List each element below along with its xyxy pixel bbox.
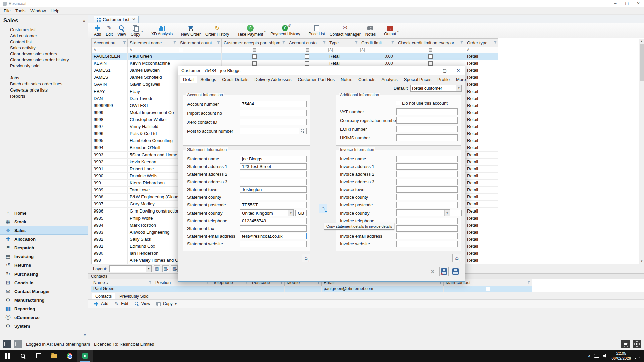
sidebar-nav-system[interactable]: ⚙System [0, 322, 88, 330]
invoice-telephone-input[interactable] [396, 218, 458, 224]
xero-contact-id-input[interactable] [240, 119, 307, 125]
column-header-statement-name[interactable]: Statement name [128, 39, 178, 47]
notes-button[interactable]: Notes [363, 24, 378, 38]
column-header-type[interactable]: Type [327, 39, 359, 47]
layout-options-button[interactable]: ▦▼ [171, 265, 178, 272]
invoice-country-select[interactable] [396, 209, 450, 216]
invoice-address-1-input[interactable] [396, 163, 458, 170]
statement-fax-input[interactable] [240, 225, 307, 232]
dialog-tab-special-prices[interactable]: Special Prices [401, 76, 434, 83]
do-not-use-account-checkbox[interactable] [396, 101, 400, 105]
sidebar-nav-invoicing[interactable]: ▤Invoicing [0, 252, 88, 261]
filter-cell-account-numb[interactable]: A [92, 47, 128, 53]
statement-telephone-input[interactable]: 0123456749 [240, 218, 307, 224]
chevron-down-icon[interactable] [146, 266, 151, 272]
table-row[interactable]: PAULGREENPaul GreenRetail0.00Retail [92, 53, 498, 60]
filter-icon[interactable] [460, 41, 463, 44]
chevron-down-icon[interactable] [397, 28, 399, 33]
checkbox-unchecked[interactable] [305, 61, 309, 66]
tray-expand-icon[interactable]: ∧ [588, 354, 590, 358]
column-header-credit-limit[interactable]: Credit limit [359, 39, 396, 47]
taskbar-search-button[interactable] [15, 350, 31, 362]
checkbox-unchecked[interactable] [252, 61, 257, 66]
copy-button[interactable]: Copy [155, 300, 177, 307]
basket-button[interactable] [621, 340, 630, 348]
filter-icon[interactable] [355, 41, 358, 44]
sidebar-nav-sales[interactable]: ❖Sales [0, 226, 88, 235]
chevron-down-icon[interactable] [288, 210, 293, 216]
sidebar-nav-returns[interactable]: ↺Returns [0, 261, 88, 269]
account-number-input[interactable]: 75484 [240, 101, 307, 107]
column-header-check-credit-limit-on-every-order[interactable]: Check credit limit on every order [396, 39, 465, 47]
output-button[interactable]: →Output [382, 24, 401, 38]
cancel-button[interactable]: ✕ [428, 267, 437, 276]
filter-icon[interactable] [173, 41, 176, 44]
layout-combo[interactable] [109, 265, 152, 272]
filter-cell-statement-country-code[interactable]: – [178, 47, 222, 53]
contact-manager-button[interactable]: ✉Contact Manager [327, 24, 363, 38]
sidebar-nav-stock[interactable]: ▦Stock [0, 217, 88, 226]
menu-tools[interactable]: Tools [13, 8, 28, 13]
contacts-column-name[interactable]: Name [91, 279, 153, 286]
filter-cell-credit-limit[interactable]: A [359, 47, 396, 53]
chevron-down-icon[interactable] [141, 28, 143, 33]
dialog-tab-contacts[interactable]: Contacts [355, 76, 378, 83]
order-history-button[interactable]: ↻Order History [203, 24, 231, 38]
import-account-no-input[interactable] [240, 110, 307, 116]
copy-statement-address-button[interactable]: ⌂+ [302, 254, 310, 262]
contact-row[interactable]: Paul Greenpaulgreen@btinternet.com [91, 286, 532, 292]
statement-address-3-input[interactable] [240, 179, 307, 185]
sidebar-item-sales-activity[interactable]: Sales activity [0, 45, 88, 51]
layout-save-button[interactable]: ▦ [154, 265, 160, 272]
edit-button[interactable]: ✎Edit [103, 24, 115, 38]
statement-name-input[interactable]: joe Bloggs [240, 156, 307, 162]
checkbox-unchecked[interactable] [428, 54, 433, 59]
dialog-maximize-button[interactable]: ▢ [438, 66, 451, 75]
eori-number-input[interactable] [396, 126, 458, 132]
sidebar-item-jobs[interactable]: Jobs [0, 75, 88, 81]
dialog-tab-analysis[interactable]: Analysis [378, 76, 400, 83]
column-header-order-type[interactable]: Order type [465, 39, 498, 47]
checkbox-unchecked[interactable] [305, 54, 309, 59]
sidebar-nav-reporting[interactable]: ▮▮Reporting [0, 304, 88, 313]
filter-icon[interactable] [217, 41, 220, 44]
checkbox-unchecked[interactable] [252, 54, 257, 59]
post-to-account-number-input[interactable] [240, 128, 299, 134]
copy-button[interactable]: Copy [128, 24, 145, 38]
take-payment-button[interactable]: £Take Payment [235, 24, 268, 38]
copy-invoice-address-button[interactable]: ⌂+ [452, 254, 461, 262]
sidebar-nav-despatch[interactable]: ⚑Despatch [0, 243, 88, 252]
sidebar-nav-purchasing[interactable]: ↻Purchasing [0, 269, 88, 278]
column-header-account-numb[interactable]: Account numb [92, 39, 128, 47]
new-order-button[interactable]: New Order [179, 24, 203, 38]
statement-town-input[interactable]: Testington [240, 186, 307, 193]
filter-cell-statement-name[interactable]: A [128, 47, 178, 53]
filter-cell-order-type[interactable]: A [465, 47, 498, 53]
chrome-button[interactable] [62, 350, 77, 362]
dialog-tab-customer-part-nos[interactable]: Customer Part Nos [295, 76, 338, 83]
filter-icon[interactable] [282, 41, 285, 44]
sidebar-nav-contact-manager[interactable]: ✉Contact Manager [0, 287, 88, 296]
sidebar-collapse-icon[interactable]: « [83, 18, 85, 23]
sidebar-item-clear-down-sales-orders[interactable]: Clear down sales orders [0, 51, 88, 57]
sidebar-nav-ecommerce[interactable]: ⓔeCommerce [0, 313, 88, 322]
statement-website-input[interactable] [240, 241, 307, 247]
vat-number-input[interactable] [396, 108, 458, 115]
chevron-down-icon[interactable] [264, 28, 266, 33]
invoice-country-code-box[interactable] [450, 210, 462, 216]
sidebar-item-add-customer[interactable]: Add customer [0, 33, 88, 39]
dialog-tab-settings[interactable]: Settings [197, 76, 219, 83]
scroll-down-icon[interactable]: ▼ [639, 259, 644, 264]
column-header-statement-country-code[interactable]: Statement country code [178, 39, 222, 47]
bottom-tab-contacts[interactable]: Contacts [92, 293, 115, 299]
column-header-customer-accepts-part-shipm[interactable]: Customer accepts part shipm [222, 39, 287, 47]
filter-icon[interactable] [391, 41, 394, 44]
statement-address-2-input[interactable] [240, 171, 307, 177]
dialog-tab-profile[interactable]: Profile [434, 76, 453, 83]
sidebar-expand-icon[interactable]: » [84, 332, 86, 337]
task-view-button[interactable] [31, 350, 46, 362]
minimize-button[interactable]: – [610, 0, 621, 7]
invoice-name-input[interactable] [396, 156, 458, 162]
view-button[interactable]: View [133, 300, 150, 307]
scroll-up-icon[interactable]: ▲ [639, 39, 644, 44]
